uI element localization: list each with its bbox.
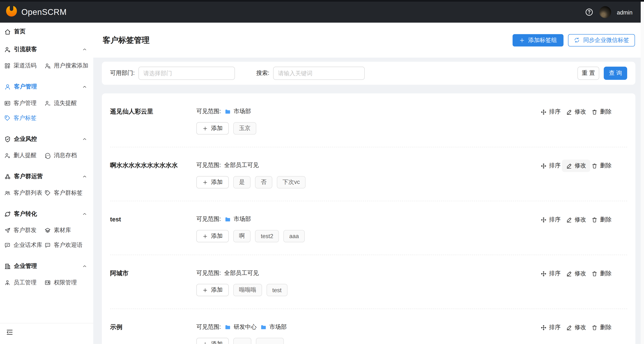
brand[interactable]: OpenSCRM <box>6 5 67 20</box>
add-tag-button[interactable]: 添加 <box>196 338 229 344</box>
trash-icon <box>591 163 598 169</box>
move-icon <box>540 324 547 330</box>
sidebar-item-delete-reminder[interactable]: 删人提醒 <box>4 148 44 163</box>
edit-action[interactable]: 修改 <box>566 324 586 331</box>
delete-action[interactable]: 删除 <box>591 216 612 224</box>
sidebar-section-enterprise-management: 企业管理员工管理权限管理 <box>0 260 93 290</box>
sort-action[interactable]: 排序 <box>540 162 561 169</box>
edit-action[interactable]: 修改 <box>566 108 586 116</box>
layers-icon <box>44 227 51 234</box>
add-tag-button[interactable]: 添加 <box>196 176 229 188</box>
sidebar-item-channel-code[interactable]: 渠道活码 <box>4 59 44 73</box>
sort-action[interactable]: 排序 <box>540 324 561 331</box>
tag-chip[interactable]: test <box>266 284 287 296</box>
delete-action[interactable]: 删除 <box>591 270 612 277</box>
tags-line: 添加啊test2aaa <box>196 230 540 242</box>
sort-action[interactable]: 排序 <box>540 270 561 277</box>
sidebar-item-group-send[interactable]: 客户群发 <box>4 223 44 238</box>
sidebar-item-home[interactable]: 首页 <box>0 26 93 38</box>
tag-group-list: 遥见仙人彩云里可见范围:市场部添加玉京排序修改删除啊水水水水水水水水水水可见范围… <box>102 93 635 344</box>
sidebar-item-customer-list[interactable]: 客户管理 <box>4 96 44 111</box>
tag-chip[interactable] <box>233 338 251 344</box>
edit-action[interactable]: 修改 <box>562 159 590 172</box>
add-tag-group-button[interactable]: 添加标签组 <box>512 34 564 46</box>
sidebar-item-enterprise-risk[interactable]: 企业风控 <box>0 133 93 145</box>
query-button[interactable]: 查 询 <box>604 67 627 80</box>
edit-action[interactable]: 修改 <box>566 216 586 224</box>
sort-action[interactable]: 排序 <box>540 216 561 224</box>
sidebar-item-group-operation[interactable]: 客户群运营 <box>0 170 93 183</box>
chevron-up-icon <box>82 136 87 141</box>
delete-action[interactable]: 删除 <box>591 162 612 169</box>
sidebar-item-churn-reminder[interactable]: 流失提醒 <box>44 96 93 111</box>
dept-select-input[interactable] <box>138 67 235 80</box>
sidebar-item-customer-conversion[interactable]: 客户转化 <box>0 208 93 220</box>
tag-chip[interactable]: 玉京 <box>233 122 256 134</box>
tag-group-row: 示例可见范围:研发中心市场部添加排序修改删除 <box>110 309 627 344</box>
edit-icon <box>566 163 572 169</box>
sidebar-section-customer-management: 客户管理客户管理流失提醒客户标签 <box>0 81 93 125</box>
tag-icon <box>44 190 51 196</box>
add-tag-button[interactable]: 添加 <box>196 230 229 242</box>
sidebar-subsection-customer-conversion: 客户群发素材库企业话术库客户欢迎语 <box>4 223 93 252</box>
scrollbar[interactable] <box>641 2 644 344</box>
sidebar-item-lead-acquisition[interactable]: 引流获客 <box>0 43 93 56</box>
cluster-icon <box>4 173 11 180</box>
tag-chip[interactable]: 否 <box>255 176 272 188</box>
sort-action[interactable]: 排序 <box>540 108 561 116</box>
delete-action[interactable]: 删除 <box>591 324 612 331</box>
visible-scope-label: 可见范围: <box>196 216 221 223</box>
question-circle-icon[interactable] <box>585 8 594 17</box>
sidebar-item-material-library[interactable]: 素材库 <box>44 223 93 238</box>
sync-wecom-tags-button[interactable]: 同步企业微信标签 <box>568 34 635 46</box>
tag-group-body: 可见范围:全部员工可见添加嗡嗡嗡test <box>196 269 540 296</box>
add-tag-button[interactable]: 添加 <box>196 284 229 296</box>
tag-chip[interactable]: 嗡嗡嗡 <box>233 284 262 296</box>
avatar[interactable] <box>599 6 611 18</box>
qr-code-icon <box>4 63 10 69</box>
openscrm-logo-icon <box>6 5 18 20</box>
search-input[interactable] <box>273 67 364 80</box>
tag-chip[interactable]: 啊 <box>233 230 250 242</box>
sidebar-item-script-library[interactable]: 企业话术库 <box>4 238 44 253</box>
sidebar-item-employee-management[interactable]: 员工管理 <box>4 275 44 290</box>
sidebar-item-welcome-message[interactable]: 客户欢迎语 <box>44 238 93 253</box>
edit-action[interactable]: 修改 <box>566 270 586 277</box>
sidebar-section-group-operation: 客户群运营客户群列表客户群标签 <box>0 170 93 201</box>
tag-chip[interactable]: aaa <box>284 230 305 242</box>
sidebar-item-message-archive[interactable]: 消息存档 <box>44 148 93 163</box>
tag-chip[interactable]: 下次vc <box>277 176 306 188</box>
tag-group-body: 可见范围:市场部添加啊test2aaa <box>196 215 540 242</box>
menu-fold-icon[interactable] <box>6 328 14 336</box>
move-icon <box>540 270 547 277</box>
scope-department: 市场部 <box>224 216 251 223</box>
sidebar-footer <box>0 323 93 338</box>
sort-action-label: 排序 <box>549 216 560 224</box>
sidebar-item-customer-tag[interactable]: 客户标签 <box>4 111 44 126</box>
tag-chip[interactable]: 是 <box>233 176 250 188</box>
topbar-right: admin <box>585 6 636 18</box>
sidebar-item-customer-management[interactable]: 客户管理 <box>0 81 93 93</box>
tag-chip[interactable] <box>256 338 284 344</box>
username[interactable]: admin <box>617 9 632 16</box>
sidebar-item-enterprise-management[interactable]: 企业管理 <box>0 260 93 272</box>
add-tag-button[interactable]: 添加 <box>196 122 229 134</box>
sidebar-item-permission-management[interactable]: 权限管理 <box>44 275 93 290</box>
sidebar-subsection-customer-management: 客户管理流失提醒客户标签 <box>4 96 93 125</box>
reset-button[interactable]: 重 置 <box>578 67 599 80</box>
department-name: 市场部 <box>270 323 287 331</box>
scope-department: 市场部 <box>224 108 251 115</box>
sidebar-item-group-list[interactable]: 客户群列表 <box>4 186 44 201</box>
sidebar-item-label: 流失提醒 <box>54 100 77 107</box>
delete-action[interactable]: 删除 <box>591 108 612 116</box>
tag-chip[interactable]: test2 <box>255 230 279 242</box>
delete-action-label: 删除 <box>600 270 612 277</box>
visible-scope-label: 可见范围: <box>196 161 221 169</box>
building-icon <box>4 263 11 270</box>
sidebar-item-user-search-add[interactable]: 用户搜索添加 <box>44 59 93 73</box>
sidebar-item-group-tag[interactable]: 客户群标签 <box>44 186 93 201</box>
openscrm-app: OpenSCRM admin 首页引流获客渠道活码用户搜索添加客户管理客户管理流… <box>0 0 644 344</box>
chevron-up-icon <box>82 47 87 52</box>
sidebar-item-label: 客户群发 <box>14 227 36 234</box>
plus-icon <box>202 234 208 239</box>
